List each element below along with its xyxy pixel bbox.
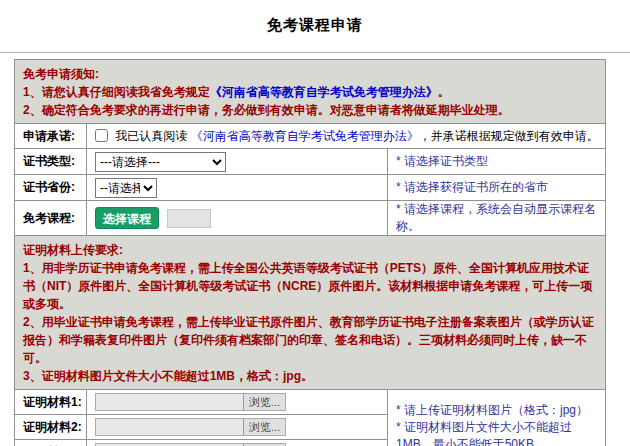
cert-province-label: 证书省份: [15, 175, 87, 201]
material-3-label: 证明材料3: [15, 440, 87, 446]
commitment-text-suffix: ，并承诺根据规定做到有效申请。 [419, 129, 599, 143]
commitment-regulation-link[interactable]: 《河南省高等教育自学考试免考管理办法》 [191, 129, 419, 143]
exemption-application-page: 免考课程申请 免考申请须知: 1、请您认真仔细阅读我省免考规定《河南省高等教育自… [0, 0, 630, 446]
upload-requirements-notice: 证明材料上传要求: 1、用非学历证书申请免考课程，需上传全国公共英语等级考试证书… [15, 236, 606, 390]
commitment-label: 申请承诺: [15, 124, 87, 149]
commitment-field: 我已认真阅读 《河南省高等教育自学考试免考管理办法》，并承诺根据规定做到有效申请… [87, 124, 606, 149]
materials-hint-line-1: * 请上传证明材料图片（格式：jpg） [396, 402, 601, 419]
material-2-file-input[interactable]: 浏览... [95, 418, 286, 436]
cert-type-hint: * 请选择证书类型 [388, 149, 606, 175]
page-title: 免考课程申请 [0, 0, 630, 35]
material-2-label: 证明材料2: [15, 415, 87, 440]
notice-line-1: 1、请您认真仔细阅读我省免考规定《河南省高等教育自学考试免考管理办法》。 [23, 83, 597, 101]
regulation-link[interactable]: 《河南省高等教育自学考试免考管理办法》 [210, 85, 438, 99]
cert-type-label: 证书类型: [15, 149, 87, 175]
choose-course-button[interactable]: 选择课程 [95, 207, 159, 229]
material-1-label: 证明材料1: [15, 390, 87, 415]
notice-line-2: 2、确定符合免考要求的再进行申请，务必做到有效申请。对恶意申请者将做延期毕业处理… [23, 101, 597, 119]
material-1-file-path [96, 394, 243, 410]
material-1-file-input[interactable]: 浏览... [95, 393, 286, 411]
material-2-file-path [96, 419, 243, 435]
upload-notice-item-1: 1、用非学历证书申请免考课程，需上传全国公共英语等级考试证书（PETS）原件、全… [23, 259, 597, 313]
materials-hint: * 请上传证明材料图片（格式：jpg） * 证明材料图片文件大小不能超过1MB，… [388, 390, 606, 446]
cert-province-select[interactable]: --请选择-- [95, 178, 157, 198]
notice-heading: 免考申请须知: [23, 65, 597, 83]
exempt-course-label: 免考课程: [15, 201, 87, 236]
commitment-text-prefix: 我已认真阅读 [115, 129, 190, 143]
cert-type-select[interactable]: ---请选择--- [95, 152, 226, 172]
application-form-table: 免考申请须知: 1、请您认真仔细阅读我省免考规定《河南省高等教育自学考试免考管理… [14, 59, 606, 446]
materials-hint-line-2: * 证明材料图片文件大小不能超过1MB，最小不能低于50KB。 [396, 419, 601, 446]
commitment-checkbox[interactable] [95, 129, 108, 142]
material-1-browse-button[interactable]: 浏览... [243, 394, 285, 410]
cert-province-hint: * 请选择获得证书所在的省市 [388, 175, 606, 201]
upload-notice-heading: 证明材料上传要求: [23, 241, 597, 259]
course-code-box [167, 209, 211, 228]
title-divider [0, 52, 630, 53]
exempt-course-hint: * 请选择课程，系统会自动显示课程名称。 [388, 201, 606, 236]
application-notice: 免考申请须知: 1、请您认真仔细阅读我省免考规定《河南省高等教育自学考试免考管理… [15, 60, 606, 124]
material-2-browse-button[interactable]: 浏览... [243, 419, 285, 435]
upload-notice-item-3: 3、证明材料图片文件大小不能超过1MB，格式：jpg。 [23, 367, 597, 385]
upload-notice-item-2: 2、用毕业证书申请免考课程，需上传毕业证书原件图片、教育部学历证书电子注册备案表… [23, 313, 597, 367]
